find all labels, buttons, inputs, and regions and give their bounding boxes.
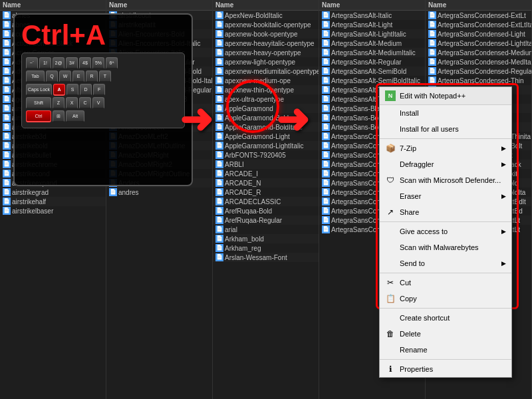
ctx-item-share[interactable]: ↗ Share <box>380 204 511 220</box>
file-item[interactable]: 📄Arkham_reg <box>213 243 319 253</box>
key-tilde[interactable]: ~` <box>26 57 38 69</box>
file-item[interactable]: 📄ARCADECLASSIC <box>213 197 319 206</box>
key-alt[interactable]: Alt <box>66 110 84 122</box>
ctx-item-give-access[interactable]: Give access to ▶ <box>380 223 511 239</box>
file-item[interactable]: 📄ArtegraSansAlt-SemiBoldItalic <box>319 76 425 85</box>
ctx-item-copy[interactable]: 📋 Copy <box>380 291 511 307</box>
key-q[interactable]: Q <box>46 70 58 82</box>
key-win[interactable]: ⊞ <box>53 110 65 122</box>
ctx-item-send-to[interactable]: Send to ▶ <box>380 255 511 271</box>
key-x[interactable]: X <box>66 97 78 109</box>
file-item[interactable]: 📄ArtegraSansCondensed-ExtLtIta <box>426 20 531 29</box>
file-item[interactable]: 📄ApexNew-BoldItalic <box>213 11 319 20</box>
key-4[interactable]: 4$ <box>79 57 91 69</box>
ctx-label-defraggler: Defraggler <box>400 160 434 168</box>
ctx-item-eraser[interactable]: Eraser ▶ <box>380 188 511 204</box>
context-menu-header-label: Edit with Notepad++ <box>400 92 466 100</box>
key-1[interactable]: 1! <box>39 57 51 69</box>
file-item[interactable]: 📄apexnew-book-opentype <box>213 29 319 39</box>
key-row-5: Ctrl ⊞ Alt <box>26 110 180 122</box>
ctx-item-install[interactable]: Install <box>380 105 511 121</box>
col-header-4: Name <box>319 0 425 11</box>
file-item[interactable]: 📄Arkham_bold <box>213 234 319 243</box>
submenu-arrow-defraggler-icon: ▶ <box>501 161 506 168</box>
key-ctrl[interactable]: Ctrl <box>26 110 51 122</box>
ctx-sep-3 <box>380 273 511 273</box>
key-a[interactable]: A <box>53 84 65 96</box>
context-menu-header[interactable]: N Edit with Notepad++ <box>380 87 511 105</box>
key-tab[interactable]: Tab <box>26 70 45 82</box>
key-6[interactable]: 6^ <box>106 57 118 69</box>
file-item[interactable]: 📄apexnew-heavyitalic-opentype <box>213 39 319 48</box>
file-item[interactable]: 📄ArtegraSansAlt-LightItalic <box>319 29 425 39</box>
ctx-item-defraggler[interactable]: Defraggler ▶ <box>380 156 511 172</box>
key-z[interactable]: Z <box>53 97 65 109</box>
file-item[interactable]: 📄ArefRuqaa-Regular <box>213 215 319 225</box>
key-w[interactable]: W <box>59 70 71 82</box>
file-item[interactable]: 📄airstrikegrad <box>0 188 106 197</box>
ctx-label-7zip: 7-Zip <box>400 144 416 152</box>
key-r[interactable]: R <box>86 70 98 82</box>
ctx-item-defender[interactable]: 🛡 Scan with Microsoft Defender... <box>380 172 511 188</box>
key-e[interactable]: E <box>72 70 84 82</box>
share-icon: ↗ <box>385 207 396 217</box>
file-item[interactable]: 📄ArtegraSansCondensed-Medium <box>426 48 531 57</box>
file-item[interactable]: 📄apexnew-heavy-opentype <box>213 48 319 57</box>
file-item[interactable]: 📄ARCADE_R <box>213 188 319 197</box>
ctx-item-malwarebytes[interactable]: Scan with Malwarebytes <box>380 239 511 255</box>
file-item[interactable]: 📄apexnew-mediumitalic-opentype <box>213 66 319 76</box>
file-item[interactable]: 📄ArtegraSansAlt-Italic <box>319 11 425 20</box>
key-d[interactable]: D <box>80 84 92 96</box>
file-item[interactable]: 📄ARCADE_N <box>213 178 319 188</box>
file-item[interactable]: 📄ArbFONTS-7920405 <box>213 150 319 160</box>
key-v[interactable]: V <box>92 97 104 109</box>
file-item[interactable]: 📄arial <box>213 225 319 234</box>
file-item[interactable]: 📄ArtegraSansCondensed-Light <box>426 29 531 39</box>
col-header-1: Name <box>0 0 106 11</box>
key-t[interactable]: T <box>99 70 111 82</box>
key-5[interactable]: 5% <box>92 57 104 69</box>
ctx-item-delete[interactable]: 🗑 Delete <box>380 326 511 342</box>
give-access-icon <box>385 226 396 237</box>
key-2[interactable]: 2@ <box>53 57 65 69</box>
eraser-icon <box>385 191 396 201</box>
file-item[interactable]: 📄ArtegraSansAlt-Light <box>319 20 425 29</box>
file-item[interactable]: 📄ArtegraSansCondensed-ExtLt <box>426 11 531 20</box>
key-shift[interactable]: Shift <box>26 97 51 109</box>
file-item[interactable]: 📄ArtegraSansAlt-SemiBold <box>319 66 425 76</box>
file-item[interactable]: 📄apexnew-bookitalic-opentype <box>213 20 319 29</box>
key-f[interactable]: F <box>93 84 105 96</box>
file-item[interactable]: 📄airstrikelbaser <box>0 206 106 215</box>
arrow-2: ➜ <box>276 100 309 140</box>
ctx-item-rename[interactable]: Rename <box>380 342 511 358</box>
file-item[interactable]: 📄ARBLI <box>213 160 319 169</box>
file-item[interactable]: 📄ArtegraSansAlt-MediumItalic <box>319 48 425 57</box>
submenu-arrow-icon: ▶ <box>501 145 506 152</box>
file-item[interactable]: 📄ArtegraSansCondensed-Regular <box>426 66 531 76</box>
right-arrow-2-icon: ➜ <box>276 97 309 142</box>
ctx-item-7zip[interactable]: 📦 7-Zip ▶ <box>380 140 511 156</box>
file-item[interactable]: 📄AppleGaramond-LightItalic <box>213 141 319 150</box>
file-item[interactable]: 📄ArtegraSansCondensed-LightItalic <box>426 39 531 48</box>
file-item[interactable]: 📄ArtegraSansAlt-Medium <box>319 39 425 48</box>
file-item[interactable]: 📄ArefRuqaa-Bold <box>213 206 319 215</box>
shortcut-icon <box>385 313 396 323</box>
file-item[interactable]: 📄ARCADE_I <box>213 169 319 178</box>
context-menu[interactable]: N Edit with Notepad++ Install Install fo… <box>379 86 512 378</box>
file-item[interactable]: 📄ArtegraSansCondensed-Thin <box>426 76 531 85</box>
ctx-item-properties[interactable]: ℹ Properties <box>380 361 511 377</box>
key-capslock[interactable]: Caps Lock <box>26 84 52 96</box>
file-item[interactable]: 📄Arslan-Wessam-Font <box>213 253 319 262</box>
file-item[interactable]: 📄andres <box>106 188 212 197</box>
ctx-item-cut[interactable]: ✂ Cut <box>380 275 511 291</box>
ctx-item-install-all[interactable]: Install for all users <box>380 121 511 137</box>
key-s[interactable]: S <box>66 84 78 96</box>
file-item[interactable]: 📄ArtegraSansAlt-Regular <box>319 57 425 66</box>
ctx-label-install: Install <box>400 109 419 117</box>
ctx-item-create-shortcut[interactable]: Create shortcut <box>380 310 511 326</box>
file-item[interactable]: 📄apexnew-light-opentype <box>213 57 319 66</box>
file-item[interactable]: 📄ArtegraSansCondensed-MedIta <box>426 57 531 66</box>
key-3[interactable]: 3# <box>66 57 78 69</box>
file-item[interactable]: 📄airstrikehalf <box>0 197 106 206</box>
key-c[interactable]: C <box>79 97 91 109</box>
